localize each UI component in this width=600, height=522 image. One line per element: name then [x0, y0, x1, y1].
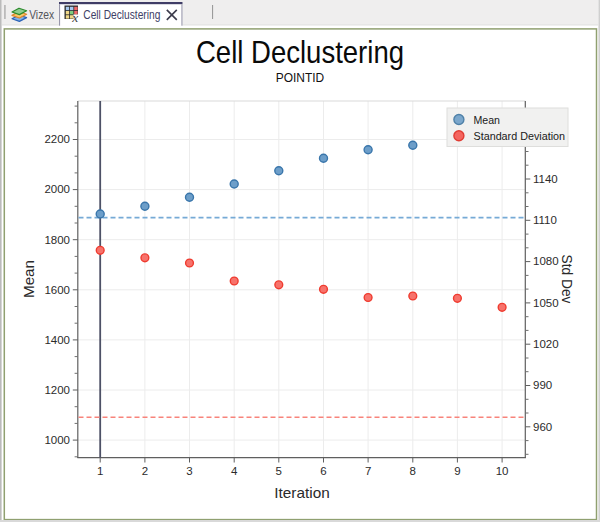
- svg-text:6: 6: [320, 465, 326, 477]
- svg-text:1110: 1110: [533, 214, 557, 226]
- svg-text:5: 5: [276, 465, 282, 477]
- svg-text:7: 7: [365, 465, 371, 477]
- svg-text:Cell Declustering: Cell Declustering: [196, 34, 404, 70]
- svg-text:1020: 1020: [533, 338, 559, 350]
- svg-text:2200: 2200: [44, 133, 70, 145]
- svg-text:1140: 1140: [533, 173, 558, 185]
- svg-text:1000: 1000: [44, 434, 70, 446]
- svg-text:1800: 1800: [44, 234, 70, 246]
- svg-text:960: 960: [533, 421, 552, 433]
- svg-text:1400: 1400: [44, 334, 70, 346]
- svg-text:Mean: Mean: [474, 114, 501, 126]
- svg-text:1050: 1050: [533, 297, 559, 309]
- svg-text:9: 9: [454, 465, 460, 477]
- svg-text:x: x: [71, 10, 78, 25]
- svg-text:1080: 1080: [533, 255, 559, 267]
- svg-text:Iteration: Iteration: [274, 485, 330, 501]
- svg-text:1600: 1600: [44, 284, 70, 296]
- svg-text:10: 10: [496, 465, 509, 477]
- svg-text:4: 4: [231, 465, 238, 477]
- svg-text:2: 2: [142, 465, 148, 477]
- svg-text:8: 8: [410, 465, 416, 477]
- svg-text:Std Dev: Std Dev: [559, 255, 575, 305]
- svg-text:Cell Declustering: Cell Declustering: [83, 7, 160, 22]
- svg-text:990: 990: [533, 379, 552, 391]
- svg-text:1200: 1200: [44, 384, 70, 396]
- svg-text:POINTID: POINTID: [276, 71, 325, 85]
- svg-text:Vizex: Vizex: [29, 7, 54, 22]
- svg-text:1: 1: [97, 465, 103, 477]
- svg-text:Standard Deviation: Standard Deviation: [474, 130, 566, 142]
- svg-text:3: 3: [186, 465, 192, 477]
- svg-text:Mean: Mean: [20, 260, 37, 298]
- svg-text:2000: 2000: [44, 183, 70, 195]
